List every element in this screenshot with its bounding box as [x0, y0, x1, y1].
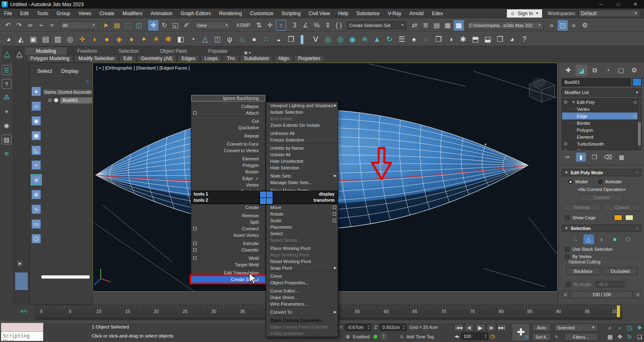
next-frame-button[interactable]: |▶: [487, 324, 496, 331]
stack-scrollbar[interactable]: [637, 99, 641, 150]
render-teapot-icon[interactable]: ◕: [3, 34, 14, 45]
settings-box-icon[interactable]: [333, 206, 336, 209]
configure-modifier-sets-icon[interactable]: ▦: [617, 153, 626, 162]
camera-create-icon[interactable]: ◎: [322, 34, 334, 45]
render-setup-icon[interactable]: ▩: [454, 20, 464, 31]
tree-scatter-icon[interactable]: ▲: [371, 34, 383, 45]
close-button[interactable]: ✕: [627, 0, 644, 9]
modifier-edge[interactable]: ┈Edge◁: [562, 112, 641, 119]
target-light-icon[interactable]: ✛: [77, 34, 88, 45]
auto-key-button[interactable]: Auto: [532, 324, 551, 331]
explorer-overflow-chevron[interactable]: »: [86, 79, 89, 84]
display-tab-icon[interactable]: ▢: [615, 65, 627, 76]
customize[interactable]: Customize: [246, 9, 278, 18]
motion-tab-icon[interactable]: ◔: [602, 65, 614, 76]
modifier-border[interactable]: ┈Border: [562, 119, 641, 126]
grey-sphere-icon[interactable]: ●: [249, 34, 260, 45]
menu-item-unhide-all[interactable]: Unhide All: [266, 151, 338, 158]
border-subobject-icon[interactable]: ◗: [597, 234, 607, 244]
menu-item-unhide-by-name[interactable]: Unhide by Name: [266, 145, 338, 151]
model-radio[interactable]: Model: [568, 179, 588, 184]
zoom-icon[interactable]: ⌕: [605, 323, 615, 332]
explorer-display-menu[interactable]: Display: [61, 68, 79, 74]
menu-item-remove[interactable]: Remove: [191, 212, 265, 219]
menu-item-create[interactable]: Create: [191, 204, 265, 211]
menu-item-chamfer[interactable]: Chamfer: [191, 247, 265, 253]
schematic-view-icon[interactable]: ▦: [443, 20, 453, 31]
orbit-icon[interactable]: ↻: [625, 332, 635, 341]
element-subobject-icon[interactable]: ⬡: [623, 234, 633, 244]
shield-icon[interactable]: ◍: [346, 334, 350, 339]
populate[interactable]: Populate: [197, 47, 238, 55]
sign-in-button[interactable]: ☺ Sign In ▼: [507, 9, 542, 18]
settings-box-icon[interactable]: [193, 256, 197, 260]
spinner-icon[interactable]: ▲▼: [402, 324, 405, 330]
menu-item-border[interactable]: Border: [191, 169, 265, 175]
select-and-manipulate-icon[interactable]: ✛: [265, 20, 275, 31]
vray-toolbar-icon[interactable]: V: [310, 34, 321, 45]
frame-counter-field[interactable]: 100 / 100: [571, 291, 633, 298]
by-angle-checkbox[interactable]: [566, 282, 570, 287]
menu-item-clone[interactable]: Clone: [266, 273, 338, 279]
set-key-button[interactable]: Set K.: [532, 333, 551, 341]
visibility-eye-icon[interactable]: ⊙: [48, 97, 52, 103]
menu-item-collapse[interactable]: Collapse: [191, 103, 265, 110]
visibility-eye-icon[interactable]: ⊙: [564, 141, 570, 146]
selection[interactable]: Selection: [108, 47, 149, 55]
snaps-toggle-icon[interactable]: 3: [289, 20, 300, 31]
menu-item-place-working-pivot[interactable]: Place Working Pivot: [266, 245, 338, 252]
sun-system-icon[interactable]: ✳: [359, 34, 371, 45]
filters-button[interactable]: Filters...: [564, 333, 598, 341]
toolbox-menu-icon[interactable]: ☰: [2, 65, 11, 75]
substance[interactable]: Substance: [353, 9, 384, 18]
menu-item-reset-working-pivot[interactable]: Reset Working Pivot: [266, 258, 338, 265]
hierarchy-tab-icon[interactable]: ⧉: [589, 65, 600, 76]
menu-item-split[interactable]: Split: [191, 219, 265, 225]
make-unique-icon[interactable]: ❒: [590, 153, 599, 162]
views[interactable]: Views: [74, 9, 95, 18]
curve-icon[interactable]: ∿: [554, 334, 558, 339]
subdivision[interactable]: Subdivision: [240, 55, 273, 63]
use-pivot-point-center-icon[interactable]: ⇅: [254, 20, 264, 31]
select-and-move-icon[interactable]: ✛: [148, 20, 158, 31]
modifier-vertex[interactable]: ┈Vertex: [562, 106, 641, 112]
window-crossing-icon[interactable]: ◫: [134, 20, 144, 31]
toolbar-overflow-2-icon[interactable]: »: [569, 20, 579, 31]
sun-positioner-icon[interactable]: ☀: [150, 34, 162, 45]
camera-pair-icon[interactable]: ◎: [64, 34, 76, 45]
menu-item-manage-state-sets[interactable]: Manage State Sets...: [266, 179, 338, 186]
polygon-modeling[interactable]: Polygon Modeling: [26, 55, 73, 63]
undo-icon[interactable]: ↶: [3, 20, 13, 31]
selection-set-combo[interactable]: Create Selection Set▼: [347, 21, 407, 29]
by-vertex-checkbox[interactable]: [565, 254, 569, 259]
sphere-light-icon[interactable]: ●: [101, 34, 113, 45]
menu-item-element[interactable]: Element: [191, 155, 265, 162]
tools[interactable]: Tools: [33, 9, 52, 18]
selection-header[interactable]: ▼ Selection ⁙: [562, 225, 642, 232]
grass-scatter-icon[interactable]: ψ: [224, 34, 235, 45]
animation[interactable]: Animation: [147, 9, 176, 18]
occluded-button[interactable]: Occluded: [603, 268, 637, 275]
display-bones-icon[interactable]: ∿: [32, 205, 41, 214]
v-ray[interactable]: V-Ray: [384, 9, 405, 18]
scatter-tools-icon[interactable]: ⁂: [2, 93, 11, 103]
listener-script-area[interactable]: Scripting Mini: [1, 332, 43, 341]
menu-item-dope-sheet[interactable]: Dope Sheet...: [266, 294, 338, 301]
select-object-icon[interactable]: ➤: [101, 20, 111, 31]
set-keys-button[interactable]: ✚ ⚿: [512, 323, 530, 341]
visibility-eye-icon[interactable]: ⊙: [564, 99, 570, 105]
polygon-subobject-icon[interactable]: ■: [610, 234, 620, 244]
modify-selection[interactable]: Modify Selection: [74, 55, 118, 63]
z-coordinate-field[interactable]: 0.502cm ▲▼: [380, 324, 406, 331]
rectangular-selection-region-icon[interactable]: ⬚: [123, 20, 133, 31]
menu-item-zoom-extents-on-isolate[interactable]: Zoom Extents On Isolate: [266, 122, 338, 128]
menu-item-ignore-backfacing[interactable]: Ignore Backfacing: [191, 95, 265, 101]
spot-light-icon[interactable]: ♦: [126, 34, 137, 45]
layout-expand-button[interactable]: ▶: [16, 260, 24, 267]
bind-to-space-warp-icon[interactable]: ≈: [47, 20, 57, 31]
expand-arrow-icon[interactable]: ▸: [570, 149, 577, 151]
menu-item-insert-vertex[interactable]: Insert Vertex: [191, 232, 265, 239]
layout-thumbnail[interactable]: [15, 272, 28, 290]
edge-subobject-icon[interactable]: △: [583, 234, 594, 244]
menu-item-extrude[interactable]: Extrude: [191, 240, 265, 247]
